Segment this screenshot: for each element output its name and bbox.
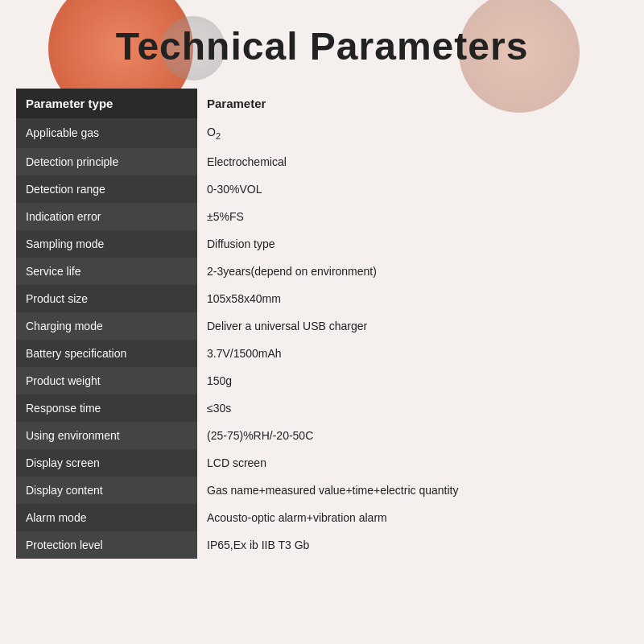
- param-type-cell: Service life: [16, 258, 197, 285]
- table-row: Service life2-3years(depend on environme…: [16, 258, 628, 285]
- param-type-cell: Display screen: [16, 449, 197, 477]
- param-value-cell: 3.7V/1500mAh: [197, 340, 628, 367]
- param-value-cell: Electrochemical: [197, 148, 628, 175]
- param-value-cell: LCD screen: [197, 449, 628, 477]
- table-row: Charging modeDeliver a universal USB cha…: [16, 312, 628, 340]
- param-value-cell: ±5%FS: [197, 203, 628, 230]
- param-value-cell: 105x58x40mm: [197, 285, 628, 312]
- param-type-cell: Indication error: [16, 203, 197, 230]
- param-value-cell: Deliver a universal USB charger: [197, 312, 628, 340]
- param-type-cell: Sampling mode: [16, 230, 197, 258]
- param-value-cell: 150g: [197, 367, 628, 394]
- table-row: Sampling modeDiffusion type: [16, 230, 628, 258]
- col-header-param-value: Parameter: [197, 89, 628, 118]
- param-value-cell: Gas name+measured value+time+electric qu…: [197, 477, 628, 504]
- table-row: Display screenLCD screen: [16, 449, 628, 477]
- table-row: Applicable gasO2: [16, 118, 628, 148]
- table-row: Indication error±5%FS: [16, 203, 628, 230]
- param-type-cell: Display content: [16, 477, 197, 504]
- param-type-cell: Applicable gas: [16, 118, 197, 148]
- table-header-row: Parameter type Parameter: [16, 89, 628, 118]
- param-type-cell: Product weight: [16, 367, 197, 394]
- table-row: Response time≤30s: [16, 394, 628, 422]
- table-row: Battery specification3.7V/1500mAh: [16, 340, 628, 367]
- table-row: Protection levelIP65,Ex ib IIB T3 Gb: [16, 531, 628, 559]
- page-title: Technical Parameters: [0, 0, 644, 80]
- param-type-cell: Using environment: [16, 422, 197, 449]
- table-row: Detection principleElectrochemical: [16, 148, 628, 175]
- param-type-cell: Battery specification: [16, 340, 197, 367]
- param-type-cell: Response time: [16, 394, 197, 422]
- param-type-cell: Alarm mode: [16, 504, 197, 531]
- table-row: Detection range0-30%VOL: [16, 175, 628, 203]
- param-type-cell: Charging mode: [16, 312, 197, 340]
- table-row: Using environment(25-75)%RH/-20-50C: [16, 422, 628, 449]
- table-row: Product size105x58x40mm: [16, 285, 628, 312]
- param-type-cell: Detection principle: [16, 148, 197, 175]
- param-value-cell: (25-75)%RH/-20-50C: [197, 422, 628, 449]
- param-type-cell: Detection range: [16, 175, 197, 203]
- parameters-table-container: Parameter type Parameter Applicable gasO…: [16, 89, 628, 559]
- param-value-cell: ≤30s: [197, 394, 628, 422]
- param-value-cell: IP65,Ex ib IIB T3 Gb: [197, 531, 628, 559]
- param-value-cell: 2-3years(depend on environment): [197, 258, 628, 285]
- param-type-cell: Protection level: [16, 531, 197, 559]
- table-row: Alarm modeAcousto-optic alarm+vibration …: [16, 504, 628, 531]
- param-value-cell: 0-30%VOL: [197, 175, 628, 203]
- param-value-cell: Diffusion type: [197, 230, 628, 258]
- parameters-table: Parameter type Parameter Applicable gasO…: [16, 89, 628, 559]
- table-row: Product weight150g: [16, 367, 628, 394]
- param-type-cell: Product size: [16, 285, 197, 312]
- col-header-param-type: Parameter type: [16, 89, 197, 118]
- table-row: Display contentGas name+measured value+t…: [16, 477, 628, 504]
- param-value-cell: Acousto-optic alarm+vibration alarm: [197, 504, 628, 531]
- param-value-cell: O2: [197, 118, 628, 148]
